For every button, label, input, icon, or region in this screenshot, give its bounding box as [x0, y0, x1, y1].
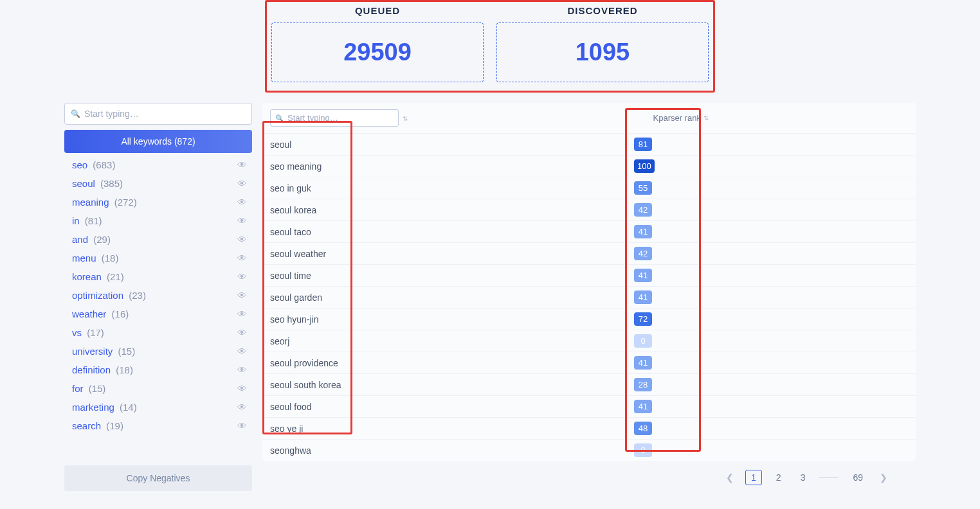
- keyword-item[interactable]: marketing (14)👁: [64, 398, 252, 416]
- keyword-count: (683): [93, 159, 115, 170]
- keyword-count: (17): [87, 327, 104, 338]
- rank-highlight-box: [625, 108, 701, 452]
- keyword-item[interactable]: vs (17)👁: [64, 323, 252, 342]
- page-2[interactable]: 2: [771, 470, 786, 485]
- eye-icon[interactable]: 👁: [237, 178, 247, 189]
- keyword-item[interactable]: seo (683)👁: [64, 156, 252, 174]
- keyword-count: (81): [85, 215, 102, 226]
- keyword-item[interactable]: meaning (272)👁: [64, 193, 252, 211]
- pagination: ❮ 1 2 3 69 ❯: [262, 461, 916, 485]
- stats-panel: QUEUED 29509 DISCOVERED 1095: [0, 0, 980, 90]
- eye-icon[interactable]: 👁: [237, 215, 247, 226]
- eye-icon[interactable]: 👁: [237, 402, 247, 413]
- keyword-list: seo (683)👁seoul (385)👁meaning (272)👁in (…: [64, 156, 252, 435]
- table-row[interactable]: seo hyun-jin72: [262, 308, 916, 330]
- search-icon: 🔍: [71, 109, 80, 118]
- keyword-label: korean: [72, 271, 102, 282]
- keyword-count: (23): [129, 290, 146, 301]
- sort-icon[interactable]: ⇅: [703, 114, 709, 121]
- eye-icon[interactable]: 👁: [237, 383, 247, 394]
- keyword-label: in: [72, 215, 80, 226]
- page-1[interactable]: 1: [745, 470, 762, 485]
- keyword-count: (21): [107, 271, 124, 282]
- table-row[interactable]: seoul taco41: [262, 220, 916, 242]
- table-row[interactable]: seo in guk55: [262, 177, 916, 199]
- keyword-count: (16): [112, 308, 129, 319]
- keyword-count: (19): [106, 420, 123, 431]
- keyword-item[interactable]: menu (18)👁: [64, 249, 252, 267]
- keyword-label: university: [72, 346, 113, 357]
- sidebar: 🔍 All keywords (872) seo (683)👁seoul (38…: [64, 103, 252, 491]
- next-page-button[interactable]: ❯: [877, 470, 890, 485]
- keyword-label: weather: [72, 308, 106, 319]
- prev-page-button[interactable]: ❮: [723, 470, 736, 485]
- keyword-count: (15): [118, 346, 136, 357]
- table-row[interactable]: seoul food41: [262, 395, 916, 417]
- page-last[interactable]: 69: [848, 470, 868, 485]
- keyword-label: marketing: [72, 402, 114, 413]
- eye-icon[interactable]: 👁: [237, 253, 247, 263]
- keyword-item[interactable]: and (29)👁: [64, 230, 252, 249]
- sidebar-search-input[interactable]: [64, 103, 252, 125]
- eye-icon[interactable]: 👁: [237, 327, 247, 338]
- keyword-label: optimization: [72, 290, 123, 301]
- table-row[interactable]: seonghwa0: [262, 439, 916, 461]
- keyword-count: (15): [89, 383, 106, 394]
- keyword-item[interactable]: weather (16)👁: [64, 305, 252, 323]
- table-row[interactable]: seo ye ji48: [262, 417, 916, 439]
- table-row[interactable]: seoul weather42: [262, 242, 916, 264]
- pagination-separator: [819, 478, 839, 478]
- eye-icon[interactable]: 👁: [237, 234, 247, 245]
- term-cell: seonghwa: [270, 445, 630, 456]
- eye-icon[interactable]: 👁: [237, 290, 247, 301]
- copy-negatives-button[interactable]: Copy Negatives: [64, 465, 252, 491]
- keyword-count: (272): [114, 197, 137, 208]
- keyword-count: (18): [116, 364, 133, 375]
- keyword-item[interactable]: for (15)👁: [64, 379, 252, 398]
- terms-highlight-box: [262, 121, 352, 434]
- table-row[interactable]: seo meaning100: [262, 155, 916, 177]
- keyword-item[interactable]: definition (18)👁: [64, 361, 252, 379]
- page-3[interactable]: 3: [795, 470, 811, 485]
- keyword-item[interactable]: in (81)👁: [64, 211, 252, 230]
- keyword-item[interactable]: search (19)👁: [64, 416, 252, 435]
- keyword-item[interactable]: university (15)👁: [64, 342, 252, 361]
- keyword-label: for: [72, 383, 84, 394]
- stats-highlight-box: [265, 0, 715, 93]
- keyword-item[interactable]: korean (21)👁: [64, 267, 252, 286]
- keyword-label: seo: [72, 159, 87, 170]
- eye-icon[interactable]: 👁: [237, 346, 247, 357]
- eye-icon[interactable]: 👁: [237, 364, 247, 375]
- table-row[interactable]: seorj0: [262, 330, 916, 352]
- keyword-label: search: [72, 420, 101, 431]
- keyword-label: meaning: [72, 197, 109, 208]
- keyword-label: menu: [72, 253, 96, 263]
- keyword-label: vs: [72, 327, 82, 338]
- eye-icon[interactable]: 👁: [237, 271, 247, 282]
- keyword-count: (14): [120, 402, 137, 413]
- table-row[interactable]: seoul81: [262, 133, 916, 155]
- eye-icon[interactable]: 👁: [237, 420, 247, 431]
- keyword-label: definition: [72, 364, 111, 375]
- sort-icon[interactable]: ⇅: [403, 114, 408, 121]
- table-body: seoul81seo meaning100seo in guk55seoul k…: [262, 133, 916, 461]
- results-panel: 🔍 ⇅ Kparser rank ⇅ seoul81seo meaning100…: [262, 103, 916, 491]
- keyword-item[interactable]: seoul (385)👁: [64, 174, 252, 193]
- keyword-label: and: [72, 234, 88, 245]
- keyword-label: seoul: [72, 178, 95, 189]
- table-row[interactable]: seoul south korea28: [262, 373, 916, 395]
- table-row[interactable]: seoul providence41: [262, 352, 916, 373]
- keyword-count: (29): [93, 234, 111, 245]
- all-keywords-button[interactable]: All keywords (872): [64, 130, 252, 153]
- table-row[interactable]: seoul korea42: [262, 199, 916, 220]
- eye-icon[interactable]: 👁: [237, 197, 247, 208]
- table-row[interactable]: seoul time41: [262, 264, 916, 286]
- keyword-count: (385): [100, 178, 123, 189]
- eye-icon[interactable]: 👁: [237, 159, 247, 170]
- keyword-item[interactable]: optimization (23)👁: [64, 286, 252, 305]
- keyword-count: (18): [102, 253, 119, 263]
- table-header: 🔍 ⇅ Kparser rank ⇅: [262, 103, 916, 133]
- table-row[interactable]: seoul garden41: [262, 286, 916, 308]
- eye-icon[interactable]: 👁: [237, 308, 247, 319]
